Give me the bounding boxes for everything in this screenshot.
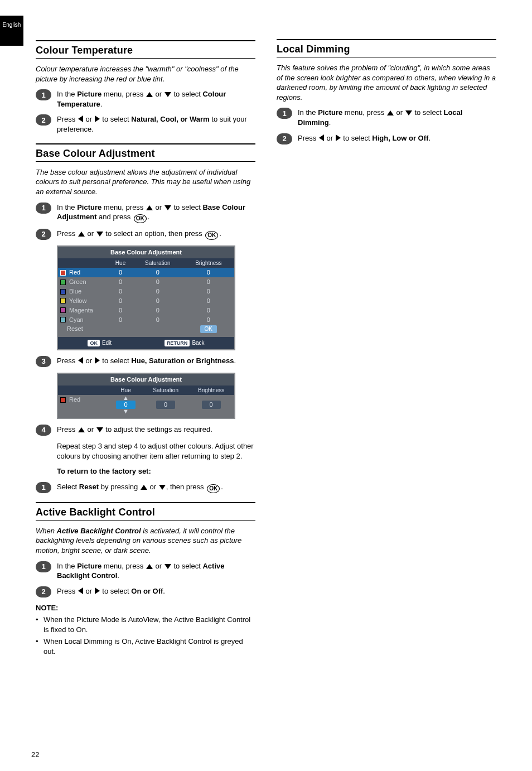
osd-col-bri: Brightness — [188, 386, 234, 396]
up-icon — [141, 485, 147, 490]
step-text: In the Picture menu, press or to select … — [298, 108, 496, 127]
swatch-red — [60, 397, 66, 403]
right-icon — [336, 134, 341, 141]
osd-cell: 0 — [133, 277, 183, 287]
step-number-1: 1 — [36, 561, 51, 572]
osd-cell: 0 — [108, 296, 133, 306]
osd-value-sat[interactable]: 0 — [156, 401, 175, 409]
section-title: Colour Temperature — [36, 44, 255, 57]
osd-row-cyan[interactable]: Cyan000 — [58, 315, 234, 325]
osd-cell: 0 — [183, 268, 234, 277]
osd-reset-row[interactable]: Reset — [58, 324, 108, 334]
page-number: 22 — [31, 750, 39, 760]
osd-value-hue[interactable]: 0 — [116, 401, 135, 409]
osd-cell: 0 — [183, 287, 234, 296]
osd-cell: 0 — [133, 306, 183, 315]
osd-row-red[interactable]: Red000 — [58, 268, 234, 277]
up-icon — [146, 205, 153, 210]
step-text: Press or to select an option, then press… — [57, 229, 255, 240]
left-icon — [78, 587, 83, 594]
osd-col-sat: Saturation — [143, 386, 188, 396]
osd-row-red[interactable]: Red — [58, 395, 108, 404]
osd-value-bri[interactable]: 0 — [202, 401, 221, 409]
section-intro: This feature solves the problem of "clou… — [277, 63, 496, 102]
section-title: Base Colour Adjustment — [36, 147, 255, 160]
step-number-1: 1 — [36, 89, 51, 100]
osd-title: Base Colour Adjustment — [58, 247, 234, 258]
swatch-red — [60, 270, 66, 276]
osd-cell: 0 — [183, 315, 234, 325]
ok-icon: OK — [207, 484, 220, 493]
osd-col-hue: Hue — [108, 258, 133, 268]
osd-cell: 0 — [108, 315, 133, 325]
osd-title: Base Colour Adjustment — [58, 374, 234, 386]
step-number-1: 1 — [277, 108, 292, 119]
note-item: When the Picture Mode is AutoView, the A… — [36, 615, 255, 634]
reset-label: To return to the factory set: — [57, 467, 151, 475]
osd-row-yellow[interactable]: Yellow000 — [58, 296, 234, 306]
section-intro: When Active Backlight Control is activat… — [36, 526, 255, 556]
right-icon — [95, 357, 100, 364]
up-icon — [78, 232, 85, 237]
note-label: NOTE: — [36, 603, 255, 613]
ok-icon: OK — [205, 231, 218, 240]
step-text: Press or to select Hue, Saturation or Br… — [57, 356, 255, 366]
osd-row-green[interactable]: Green000 — [58, 277, 234, 287]
swatch-yellow — [60, 298, 66, 303]
swatch-cyan — [60, 317, 66, 322]
osd-row-magenta[interactable]: Magenta000 — [58, 306, 234, 315]
osd-cell: 0 — [183, 296, 234, 306]
osd-cell: 0 — [133, 268, 183, 277]
step-number-2: 2 — [36, 114, 51, 126]
step-text: Select Reset by pressing or , then press… — [57, 482, 255, 493]
down-icon — [165, 92, 171, 97]
step-number-2: 2 — [277, 133, 292, 144]
section-active-backlight: Active Backlight Control When Active Bac… — [36, 502, 255, 657]
step-text: In the Picture menu, press or to select … — [57, 203, 255, 224]
up-icon — [146, 564, 153, 569]
ok-icon: OK — [134, 214, 147, 223]
down-icon — [405, 110, 412, 115]
osd-cell: 0 — [183, 277, 234, 287]
section-title: Local Dimming — [277, 42, 496, 56]
osd-cell: 0 — [108, 306, 133, 315]
up-icon — [387, 110, 394, 115]
osd-cell: 0 — [108, 268, 133, 277]
osd-foot-return-btn: RETURN — [165, 340, 190, 346]
right-icon — [95, 115, 100, 122]
osd-footer: OKEdit RETURNBack — [58, 337, 234, 349]
step-number-4: 4 — [36, 425, 51, 436]
osd-cell: 0 — [108, 277, 133, 287]
osd-row-blue[interactable]: Blue000 — [58, 287, 234, 296]
up-icon — [78, 427, 85, 432]
up-icon[interactable]: ▲ — [110, 396, 141, 401]
osd-col-hue: Hue — [108, 386, 143, 396]
step-number-2: 2 — [36, 229, 51, 240]
step-text: Press or to select High, Low or Off. — [298, 133, 496, 143]
section-colour-temperature: Colour Temperature Colour temperature in… — [36, 40, 255, 134]
step-text: In the Picture menu, press or to select … — [57, 89, 255, 109]
osd-base-colour-panel: Base Colour Adjustment Hue Saturation Br… — [57, 245, 235, 350]
step-text: Press or to adjust the settings as requi… — [57, 425, 255, 435]
section-intro: The base colour adjustment allows the ad… — [36, 167, 255, 197]
section-intro: Colour temperature increases the "warmth… — [36, 64, 255, 84]
step-text: In the Picture menu, press or to select … — [57, 561, 255, 581]
osd-col-sat: Saturation — [133, 258, 183, 268]
swatch-magenta — [60, 307, 66, 313]
step-number-1: 1 — [36, 482, 51, 493]
left-icon — [78, 115, 83, 122]
step-text: Repeat step 3 and step 4 to adjust other… — [57, 441, 255, 461]
osd-base-colour-edit: Base Colour Adjustment Hue Saturation Br… — [57, 373, 235, 419]
down-icon[interactable]: ▼ — [110, 409, 141, 414]
up-icon — [146, 92, 153, 97]
down-icon — [165, 564, 171, 569]
step-number-1: 1 — [36, 203, 51, 214]
osd-reset-ok[interactable]: OK — [200, 325, 217, 333]
swatch-blue — [60, 289, 66, 295]
step-number-3: 3 — [36, 356, 51, 367]
down-icon — [96, 232, 103, 237]
swatch-green — [60, 280, 66, 285]
left-icon — [78, 357, 83, 364]
right-icon — [95, 587, 100, 594]
osd-cell: 0 — [133, 296, 183, 306]
